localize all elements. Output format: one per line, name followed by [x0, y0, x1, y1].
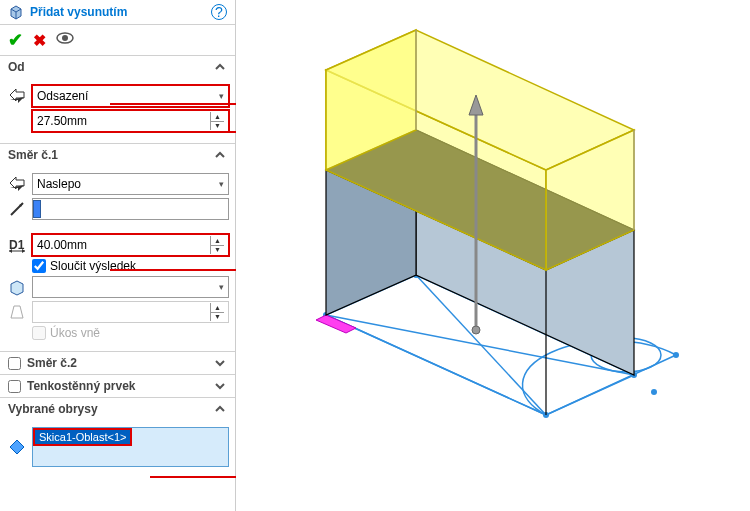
section-dir1-label: Směr č.1 [8, 148, 213, 162]
merge-result-checkbox[interactable] [32, 259, 46, 273]
draft-outward-label: Úkos vně [50, 326, 100, 340]
section-dir2-header[interactable]: Směr č.2 [0, 352, 235, 375]
chevron-down-icon: ▾ [219, 282, 228, 292]
end-condition-value: Naslepo [37, 177, 81, 191]
section-dir1-header[interactable]: Směr č.1 [0, 144, 235, 166]
direction-selection-box[interactable] [32, 198, 229, 220]
draft-angle-input[interactable]: ▲▼ [32, 301, 229, 323]
chevron-up-icon [213, 148, 227, 162]
graphics-viewport[interactable] [236, 0, 750, 511]
depth-value: 40.00mm [37, 238, 87, 252]
contour-item[interactable]: Skica1-Oblast<1> [35, 430, 130, 444]
selection-indicator [33, 200, 41, 218]
svg-marker-18 [10, 440, 24, 454]
draft-outward-checkbox [32, 326, 46, 340]
scope-body-dropdown[interactable]: ▾ [32, 276, 229, 298]
contour-icon [6, 436, 28, 458]
section-thin-header[interactable]: Tenkostěnný prvek [0, 375, 235, 398]
thin-enable-checkbox[interactable] [8, 380, 21, 393]
section-contours-body: Skica1-Oblast<1> [0, 420, 235, 478]
dir2-enable-checkbox[interactable] [8, 357, 21, 370]
svg-marker-16 [11, 281, 23, 295]
offset-distance-value: 27.50mm [37, 114, 87, 128]
svg-point-47 [472, 326, 480, 334]
chevron-up-icon [213, 60, 227, 74]
section-od-header[interactable]: Od [0, 56, 235, 78]
svg-line-25 [326, 315, 546, 415]
chevron-down-icon: ▾ [219, 179, 224, 189]
help-icon[interactable]: ? [211, 4, 227, 20]
panel-title: Přidat vysunutím [30, 5, 205, 19]
preview-button[interactable] [56, 31, 74, 49]
section-thin-label: Tenkostěnný prvek [27, 379, 207, 393]
svg-point-5 [62, 35, 68, 41]
section-contours-label: Vybrané obrysy [8, 402, 213, 416]
end-condition-dropdown[interactable]: Naslepo ▾ [32, 173, 229, 195]
chevron-down-icon: ▾ [219, 91, 224, 101]
section-od-label: Od [8, 60, 213, 74]
chevron-down-icon [213, 356, 227, 370]
scope-body-icon[interactable] [6, 276, 28, 298]
section-od-body: Odsazení ▾ 27.50mm ▲▼ [0, 78, 235, 144]
contours-listbox[interactable]: Skica1-Oblast<1> [32, 427, 229, 467]
draft-outward-row: Úkos vně [6, 326, 229, 340]
action-row: ✔ ✖ [0, 25, 235, 56]
svg-marker-17 [11, 306, 23, 318]
cancel-button[interactable]: ✖ [33, 31, 46, 50]
panel-header: Přidat vysunutím ? [0, 0, 235, 25]
reverse-direction-icon[interactable] [6, 173, 28, 195]
ok-button[interactable]: ✔ [8, 29, 23, 51]
depth-input[interactable]: 40.00mm ▲▼ [32, 234, 229, 256]
draft-spinner[interactable]: ▲▼ [210, 303, 224, 321]
direction-vector-icon[interactable] [6, 198, 28, 220]
offset-distance-input[interactable]: 27.50mm ▲▼ [32, 110, 229, 132]
from-mode-value: Odsazení [37, 89, 88, 103]
reverse-direction-icon[interactable] [6, 85, 28, 107]
chevron-down-icon [213, 379, 227, 393]
svg-point-32 [673, 352, 679, 358]
chevron-up-icon [213, 402, 227, 416]
property-panel: Přidat vysunutím ? ✔ ✖ Od Odsazení ▾ 27.… [0, 0, 236, 511]
section-dir2-label: Směr č.2 [27, 356, 207, 370]
depth-icon: D1 [6, 234, 28, 256]
section-contours-header[interactable]: Vybrané obrysy [0, 398, 235, 420]
section-dir1-body: Naslepo ▾ D1 40.00mm ▲▼ Sloučit výslede [0, 166, 235, 352]
extrude-icon [8, 4, 24, 20]
svg-point-33 [651, 389, 657, 395]
draft-icon[interactable] [6, 301, 28, 323]
offset-spinner[interactable]: ▲▼ [210, 112, 224, 130]
depth-spinner[interactable]: ▲▼ [210, 236, 224, 254]
svg-line-21 [546, 375, 634, 415]
